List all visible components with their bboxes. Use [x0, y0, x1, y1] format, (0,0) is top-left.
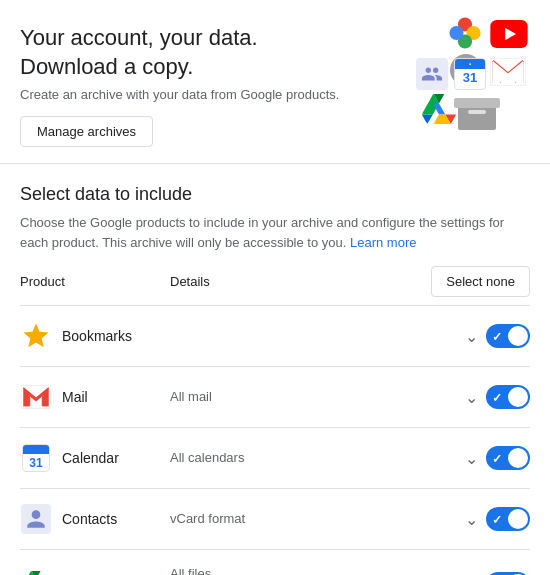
product-row-contacts: Contacts vCard format ⌄ ✓ — [20, 489, 530, 550]
mail-icon — [20, 381, 52, 413]
select-data-title: Select data to include — [20, 184, 530, 205]
product-row-mail: Mail All mail ⌄ ✓ — [20, 367, 530, 428]
table-header: Product Details Select none — [20, 252, 530, 306]
header-section: Your account, your data. Download a copy… — [0, 0, 550, 164]
mail-product-name-col: Mail — [20, 381, 170, 413]
contacts-icon — [20, 503, 52, 535]
bookmarks-icon — [20, 320, 52, 352]
google-icon-cluster: ▪ 31 — [414, 16, 534, 126]
calendar-cluster-icon: ▪ 31 — [454, 58, 486, 90]
product-row-drive: Drive All files PDF and 3 other formats … — [20, 550, 530, 575]
drive-actions: ⌄ ✓ — [465, 570, 530, 575]
calendar-chevron[interactable]: ⌄ — [465, 449, 478, 468]
column-details-header: Details — [170, 274, 431, 289]
calendar-actions: ⌄ ✓ — [465, 444, 530, 472]
mail-label: Mail — [62, 389, 88, 405]
mail-details: All mail — [170, 387, 465, 407]
svg-point-3 — [449, 26, 463, 40]
drive-cluster-icon — [422, 94, 456, 128]
archive-cluster-icon — [454, 94, 500, 132]
contacts-product-name-col: Contacts — [20, 503, 170, 535]
calendar-details: All calendars — [170, 448, 465, 468]
google-photos-icon — [448, 16, 482, 50]
contacts-label: Contacts — [62, 511, 117, 527]
column-product-header: Product — [20, 274, 170, 289]
select-none-button[interactable]: Select none — [431, 266, 530, 297]
select-data-section: Select data to include Choose the Google… — [0, 164, 550, 575]
contacts-chevron[interactable]: ⌄ — [465, 510, 478, 529]
contacts-toggle[interactable]: ✓ — [486, 505, 530, 533]
manage-archives-button[interactable]: Manage archives — [20, 116, 153, 147]
bookmarks-label: Bookmarks — [62, 328, 132, 344]
bookmarks-toggle[interactable]: ✓ — [486, 322, 530, 350]
calendar-product-name-col: 31 Calendar — [20, 442, 170, 474]
mail-toggle[interactable]: ✓ — [486, 383, 530, 411]
bookmarks-chevron[interactable]: ⌄ — [465, 327, 478, 346]
contacts-details: vCard format — [170, 509, 465, 529]
learn-more-link[interactable]: Learn more — [350, 235, 416, 250]
drive-icon — [20, 568, 52, 575]
product-row-bookmarks: Bookmarks ⌄ ✓ — [20, 306, 530, 367]
mail-chevron[interactable]: ⌄ — [465, 388, 478, 407]
bookmarks-actions: ⌄ ✓ — [465, 322, 530, 350]
product-row-calendar: 31 Calendar All calendars ⌄ ✓ — [20, 428, 530, 489]
svg-rect-9 — [468, 110, 486, 114]
bookmarks-product-name-col: Bookmarks — [20, 320, 170, 352]
calendar-icon: 31 — [20, 442, 52, 474]
gmail-cluster-icon — [490, 58, 526, 86]
drive-toggle[interactable]: ✓ — [486, 570, 530, 575]
calendar-toggle[interactable]: ✓ — [486, 444, 530, 472]
contacts-cluster-icon — [416, 58, 448, 90]
select-data-description: Choose the Google products to include in… — [20, 213, 530, 252]
contacts-actions: ⌄ ✓ — [465, 505, 530, 533]
drive-product-name-col: Drive — [20, 568, 170, 575]
youtube-icon — [490, 20, 528, 48]
svg-rect-8 — [454, 98, 500, 108]
mail-actions: ⌄ ✓ — [465, 383, 530, 411]
calendar-label: Calendar — [62, 450, 119, 466]
drive-details: All files PDF and 3 other formats — [170, 564, 465, 575]
